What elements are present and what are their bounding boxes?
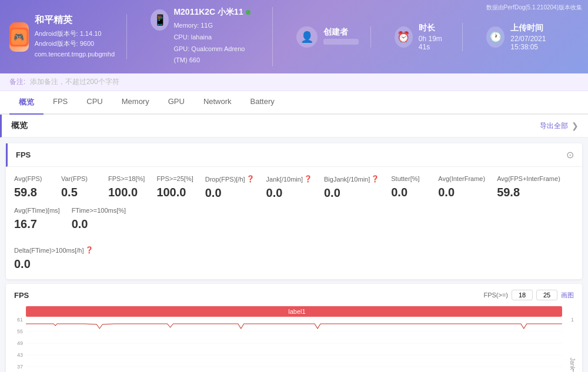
device-icon: 📱 [151, 9, 169, 31]
delta-help-icon[interactable]: ❓ [85, 246, 93, 254]
svg-text:49: 49 [17, 340, 23, 346]
metric-label-10: Avg(FTime)[ms] [14, 207, 60, 214]
delta-value: 0.0 [14, 257, 574, 271]
metric-value-5: 0.0 [266, 186, 312, 200]
svg-text:55: 55 [17, 329, 23, 334]
metric-label-6: BigJank[/10min] ❓ [324, 175, 379, 183]
svg-text:61: 61 [17, 317, 23, 323]
notes-bar[interactable]: 备注: 添加备注，不超过200个字符 [0, 73, 588, 91]
svg-text:🎮: 🎮 [14, 31, 24, 42]
upload-text: 上传时间 22/07/2021 15:38:05 [510, 23, 567, 51]
device-detail: Memory: 11G CPU: lahaina GPU: Qualcomm A… [173, 20, 260, 66]
upload-icon: 🕐 [486, 26, 505, 48]
metric-item-7: Stutter[%] 0.0 [391, 175, 438, 207]
upload-time-stat: 🕐 上传时间 22/07/2021 15:38:05 [475, 23, 579, 51]
delta-label: Delta(FTime)>100ms[/h] ❓ [14, 246, 574, 254]
metric-item-10: Avg(FTime)[ms] 16.7 [14, 207, 72, 238]
svg-text:37: 37 [17, 364, 23, 370]
metric-item-9: Avg(FPS+InterFrame) 59.8 [497, 175, 572, 207]
metric-value-10: 16.7 [14, 217, 60, 231]
metric-label-11: FTime>=100ms[%] [72, 207, 126, 214]
fps-title: FPS [16, 150, 31, 159]
metric-label-2: FPS>=18[%] [108, 175, 145, 182]
fps-chart-section: FPS FPS(>=) 画图 label1 [6, 284, 582, 372]
fps-section-header: FPS ⊙ [6, 143, 582, 167]
metric-label-4: Drop(FPS)[/h] ❓ [205, 175, 255, 183]
tabs-bar: 概览 FPS CPU Memory GPU Network Battery [0, 91, 588, 115]
duration-stat: ⏰ 时长 0h 19m 41s [383, 23, 463, 51]
metric-value-3: 100.0 [156, 186, 193, 199]
creator-text: 创建者 [323, 27, 359, 46]
app-text: 和平精英 Android版本号: 1.14.10 Android版本号: 960… [35, 14, 115, 60]
metric-help-icon-5[interactable]: ❓ [304, 175, 312, 183]
device-info: 📱 M2011K2C 小米11 Memory: 11G CPU: lahaina… [139, 7, 273, 66]
metric-item-3: FPS>=25[%] 100.0 [156, 175, 205, 207]
metric-label-3: FPS>=25[%] [156, 175, 193, 182]
overview-title: 概览 [11, 120, 28, 131]
metric-label-9: Avg(FPS+InterFrame) [497, 175, 560, 182]
tab-cpu[interactable]: CPU [77, 91, 112, 115]
collapse-icon[interactable]: ❯ [572, 121, 579, 130]
app-info: 🎮 和平精英 Android版本号: 1.14.10 Android版本号: 9… [9, 14, 127, 60]
metric-item-8: Avg(InterFrame) 0.0 [438, 175, 497, 207]
fps-collapse-button[interactable]: ⊙ [566, 149, 574, 160]
metric-value-9: 59.8 [497, 186, 560, 199]
app-name: 和平精英 [35, 14, 115, 26]
tab-battery[interactable]: Battery [241, 91, 284, 115]
creator-icon: 👤 [296, 26, 318, 48]
metric-value-7: 0.0 [391, 186, 426, 199]
fps-thresholds: FPS(>=) 画图 [483, 290, 574, 300]
metric-item-0: Avg(FPS) 59.8 [14, 175, 61, 207]
threshold2-input[interactable] [536, 290, 557, 300]
fps-chart-svg: label1 61 55 49 43 37 [14, 305, 574, 372]
metric-value-8: 0.0 [438, 186, 485, 199]
metric-value-0: 59.8 [14, 186, 49, 199]
metric-value-1: 0.5 [61, 186, 96, 199]
duration-icon: ⏰ [395, 26, 413, 48]
header: 数据由PerfDog(5.1.210204)版本收集 🎮 和平精英 Androi… [0, 0, 588, 73]
tab-fps[interactable]: FPS [44, 91, 77, 115]
app-icon: 🎮 [9, 22, 29, 52]
chart-title: FPS [14, 291, 29, 300]
svg-text:43: 43 [17, 352, 23, 358]
metric-label-0: Avg(FPS) [14, 175, 49, 182]
metric-label-8: Avg(InterFrame) [438, 175, 485, 182]
creator-stat: 👤 创建者 [285, 26, 371, 48]
metrics-grid: Avg(FPS) 59.8 Var(FPS) 0.5 FPS>=18[%] 10… [6, 167, 582, 246]
content-area: 概览 导出全部 ❯ FPS ⊙ Avg(FPS) 59.8 Var(FPS) 0… [0, 115, 588, 372]
metric-value-4: 0.0 [205, 186, 255, 200]
svg-text:label1: label1 [288, 308, 305, 315]
export-button[interactable]: 导出全部 [540, 121, 568, 131]
duration-text: 时长 0h 19m 41s [419, 23, 450, 51]
threshold1-input[interactable] [512, 290, 533, 300]
device-text: M2011K2C 小米11 Memory: 11G CPU: lahaina G… [173, 7, 260, 66]
metric-item-1: Var(FPS) 0.5 [61, 175, 108, 207]
metric-help-icon-4[interactable]: ❓ [246, 175, 255, 183]
perf-badge: 数据由PerfDog(5.1.210204)版本收集 [486, 4, 582, 12]
metric-value-2: 100.0 [108, 186, 145, 199]
jank-axis-label: Jank [569, 358, 576, 370]
tab-memory[interactable]: Memory [112, 91, 159, 115]
tab-overview[interactable]: 概览 [9, 91, 44, 115]
tab-gpu[interactable]: GPU [159, 91, 194, 115]
metric-item-5: Jank[/10min] ❓ 0.0 [266, 175, 324, 207]
metric-help-icon-6[interactable]: ❓ [371, 175, 379, 183]
svg-text:1: 1 [571, 317, 574, 323]
metric-item-6: BigJank[/10min] ❓ 0.0 [324, 175, 391, 207]
chart-header: FPS FPS(>=) 画图 [14, 290, 574, 300]
fps-chart: label1 61 55 49 43 37 [14, 305, 574, 372]
show-chart-button[interactable]: 画图 [561, 291, 574, 300]
online-indicator [246, 10, 250, 15]
tab-network[interactable]: Network [194, 91, 241, 115]
app-detail: Android版本号: 1.14.10 Android版本号: 9600 com… [35, 29, 115, 60]
metric-item-2: FPS>=18[%] 100.0 [108, 175, 156, 207]
metric-value-11: 0.0 [72, 217, 126, 231]
delta-metric: Delta(FTime)>100ms[/h] ❓ 0.0 [6, 246, 582, 279]
device-name: M2011K2C 小米11 [173, 7, 260, 18]
metric-label-1: Var(FPS) [61, 175, 96, 182]
metric-label-5: Jank[/10min] ❓ [266, 175, 312, 183]
metric-item-11: FTime>=100ms[%] 0.0 [72, 207, 138, 238]
fps-section: FPS ⊙ Avg(FPS) 59.8 Var(FPS) 0.5 FPS>=18… [6, 143, 582, 279]
overview-header: 概览 导出全部 ❯ [0, 115, 588, 138]
metric-value-6: 0.0 [324, 186, 379, 200]
